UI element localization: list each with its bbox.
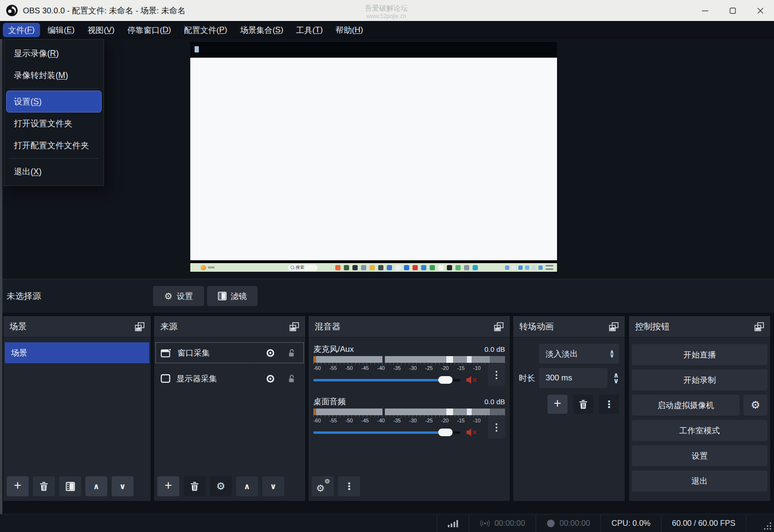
captured-taskbar: 搜索 xyxy=(190,263,557,272)
volume-meter xyxy=(313,409,505,415)
source-down-button[interactable]: ∨ xyxy=(262,476,284,496)
visibility-eye-icon[interactable] xyxy=(265,348,276,358)
add-scene-button[interactable]: + xyxy=(7,476,29,496)
menu-item-show-recordings[interactable]: 显示录像(R) xyxy=(6,42,102,64)
popout-icon[interactable] xyxy=(609,322,619,331)
scene-up-button[interactable]: ∧ xyxy=(85,476,107,496)
record-timer: 00:00:00 xyxy=(536,514,600,532)
virtual-camera-settings-button[interactable]: ⚙ xyxy=(743,395,767,416)
duration-spinbox[interactable]: 300 ms xyxy=(539,368,608,388)
menu-view[interactable]: 视图(V) xyxy=(82,23,120,37)
minimize-button[interactable] xyxy=(691,0,719,21)
controls-dock-header[interactable]: 控制按钮 xyxy=(629,316,770,338)
filter-icon xyxy=(218,292,227,300)
mixer-dock-header[interactable]: 混音器 xyxy=(309,316,510,338)
menu-file[interactable]: 文件(F) xyxy=(3,23,40,37)
mixer-channels: 麦克风/Aux 0.0 dB -60-55-50-45-40-35-30-25-… xyxy=(309,338,510,474)
mixer-kebab-menu[interactable]: ⋮ xyxy=(338,476,360,496)
volume-meter xyxy=(313,356,505,363)
mixer-title: 混音器 xyxy=(315,321,341,332)
add-source-button[interactable]: + xyxy=(157,476,179,496)
remove-scene-button[interactable] xyxy=(33,476,55,496)
window-controls xyxy=(691,0,774,21)
taskbar-search-label: 搜索 xyxy=(296,266,304,270)
no-source-label: 未选择源 xyxy=(7,290,41,302)
scenes-dock-header[interactable]: 场景 xyxy=(3,316,151,338)
transitions-dock-header[interactable]: 转场动画 xyxy=(513,316,625,338)
lock-icon[interactable] xyxy=(287,348,296,358)
preview-canvas[interactable]: 搜索 xyxy=(190,42,557,272)
close-icon[interactable] xyxy=(746,0,774,21)
scene-down-button[interactable]: ∨ xyxy=(112,476,134,496)
visibility-eye-icon[interactable] xyxy=(265,374,276,384)
spinner-arrows-icon[interactable]: ∧∨ xyxy=(613,372,619,384)
menu-item-show-profile-folder[interactable]: 打开配置文件文件夹 xyxy=(6,134,102,156)
chevron-up-icon: ∧ xyxy=(244,481,250,491)
lock-icon[interactable] xyxy=(287,374,296,384)
menu-item-show-settings-folder[interactable]: 打开设置文件夹 xyxy=(6,113,102,134)
popout-icon[interactable] xyxy=(135,322,144,331)
scenes-list: 场景 xyxy=(3,338,151,474)
double-gear-icon: ⚙⚙ xyxy=(317,481,329,491)
source-properties-button[interactable]: ⚙ 设置 xyxy=(153,286,204,306)
start-recording-button[interactable]: 开始录制 xyxy=(632,369,767,390)
menu-item-remux-recordings[interactable]: 录像转封装(M) xyxy=(6,64,102,86)
file-menu-dropdown: 显示录像(R) 录像转封装(M) 设置(S) 打开设置文件夹 打开配置文件文件夹… xyxy=(4,39,104,186)
meter-scale: -60-55-50-45-40-35-30-25-20-15-10-50 xyxy=(313,365,505,371)
volume-slider-handle[interactable] xyxy=(438,429,453,436)
popout-icon[interactable] xyxy=(754,322,764,331)
mute-speaker-icon[interactable] xyxy=(465,427,478,438)
channel-kebab-menu[interactable]: ⋮ xyxy=(488,416,505,439)
menu-docks[interactable]: 停靠窗口(D) xyxy=(122,23,176,37)
settings-button[interactable]: 设置 xyxy=(632,445,767,466)
popout-icon[interactable] xyxy=(494,322,504,331)
scene-filters-button[interactable] xyxy=(59,476,81,496)
transition-select[interactable]: 淡入淡出 ∧∨ xyxy=(539,344,619,364)
resize-grip[interactable] xyxy=(764,522,771,530)
remove-transition-button[interactable] xyxy=(573,395,593,414)
menu-item-exit[interactable]: 退出(X) xyxy=(6,161,102,183)
controls-dock: 控制按钮 开始直播 开始录制 启动虚拟摄像机 ⚙ 工作室模式 设置 退出 xyxy=(629,316,771,501)
maximize-button[interactable] xyxy=(719,0,746,21)
advanced-audio-button[interactable]: ⚙⚙ xyxy=(312,476,334,496)
fps-indicator: 60.00 / 60.00 FPS xyxy=(661,514,746,532)
start-streaming-button[interactable]: 开始直播 xyxy=(632,344,767,365)
scene-item[interactable]: 场景 xyxy=(5,342,149,363)
source-row-window-capture[interactable]: 窗口采集 xyxy=(155,342,304,363)
volume-slider[interactable] xyxy=(313,428,460,437)
source-up-button[interactable]: ∧ xyxy=(236,476,258,496)
meter-scale: -60-55-50-45-40-35-30-25-20-15-10-50 xyxy=(313,418,505,423)
source-filters-button[interactable]: 滤镜 xyxy=(207,286,258,306)
studio-mode-button[interactable]: 工作室模式 xyxy=(632,420,767,441)
menu-scene-collection[interactable]: 场景集合(S) xyxy=(235,23,289,37)
sources-dock-header[interactable]: 来源 xyxy=(154,316,305,338)
scenes-title: 场景 xyxy=(10,321,27,332)
window-title: OBS 30.0.0 - 配置文件: 未命名 - 场景: 未命名 xyxy=(23,5,186,16)
source-row-display-capture[interactable]: 显示器采集 xyxy=(155,368,304,389)
transitions-dock: 转场动画 淡入淡出 ∧∨ 时长 300 ms ∧∨ + xyxy=(513,316,625,501)
combo-arrows-icon: ∧∨ xyxy=(609,350,616,358)
menu-help[interactable]: 帮助(H) xyxy=(330,23,369,37)
volume-slider[interactable] xyxy=(313,375,460,385)
channel-kebab-menu[interactable]: ⋮ xyxy=(488,363,505,386)
start-virtual-camera-button[interactable]: 启动虚拟摄像机 xyxy=(632,395,740,416)
menu-bar: 文件(F) 编辑(E) 视图(V) 停靠窗口(D) 配置文件(P) 场景集合(S… xyxy=(0,21,774,39)
kebab-icon: ⋮ xyxy=(344,481,354,492)
menu-item-settings[interactable]: 设置(S) xyxy=(6,91,102,113)
remove-source-button[interactable] xyxy=(184,476,206,496)
source-properties-gear-button[interactable]: ⚙ xyxy=(210,476,232,496)
popout-icon[interactable] xyxy=(289,322,299,331)
cpu-usage: CPU: 0.0% xyxy=(600,514,661,532)
menu-edit[interactable]: 编辑(E) xyxy=(42,23,80,37)
menu-tools[interactable]: 工具(T) xyxy=(291,23,328,37)
title-bar: OBS 30.0.0 - 配置文件: 未命名 - 场景: 未命名 xyxy=(0,0,774,21)
controls-body: 开始直播 开始录制 启动虚拟摄像机 ⚙ 工作室模式 设置 退出 xyxy=(629,338,770,501)
window-edge xyxy=(0,39,2,514)
add-transition-button[interactable]: + xyxy=(547,395,568,414)
exit-button[interactable]: 退出 xyxy=(632,471,767,491)
mute-speaker-icon[interactable] xyxy=(465,375,478,385)
chevron-up-icon: ∧ xyxy=(93,481,100,491)
volume-slider-handle[interactable] xyxy=(438,376,453,384)
transition-kebab-menu[interactable]: ⋮ xyxy=(599,395,619,414)
menu-profile[interactable]: 配置文件(P) xyxy=(179,23,233,37)
